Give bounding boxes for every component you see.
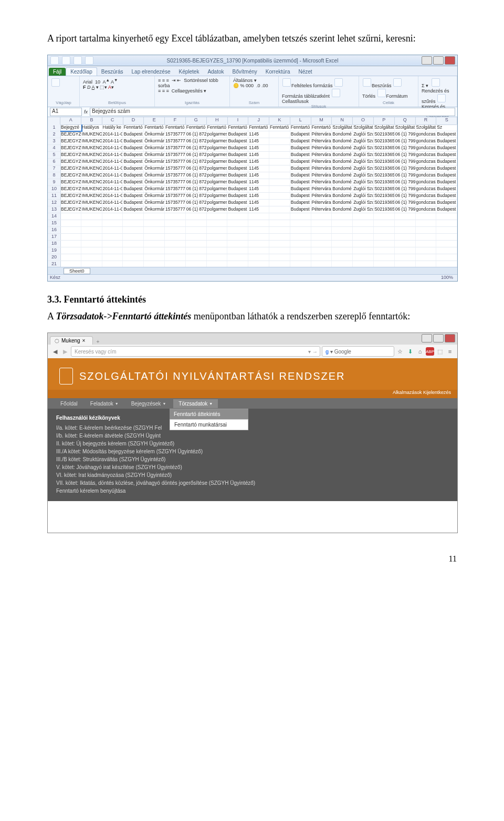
menu-bejegyzesek[interactable]: Bejegyzések ▼: [126, 399, 172, 408]
cell[interactable]: Budapest: [436, 200, 457, 206]
col-header[interactable]: C: [102, 117, 123, 124]
cell[interactable]: gondozasz: [416, 159, 437, 165]
cell[interactable]: [374, 213, 395, 220]
cell[interactable]: [227, 234, 248, 240]
cell[interactable]: Budapest I: [123, 152, 144, 158]
dd-fenntarto-attekintes[interactable]: Fenntartó áttekintés: [170, 409, 248, 419]
browser-tab[interactable]: ◌ Mukeng ×: [50, 336, 93, 345]
cell[interactable]: 15735777-: [165, 152, 186, 158]
forward-icon[interactable]: ▶: [61, 347, 69, 356]
cell[interactable]: 06 (1) 872-: [186, 152, 207, 158]
col-header[interactable]: B: [81, 117, 102, 124]
home-icon[interactable]: ⌂: [416, 347, 424, 356]
cell[interactable]: Szolgáltat: [353, 124, 374, 131]
table-row[interactable]: BEJEGYZIMUKENG2014-11-0Budapest IÖnkormá…: [60, 172, 457, 179]
cell[interactable]: [165, 227, 186, 233]
dd-fenntarto-munkatarsai[interactable]: Fenntartó munkatársai: [170, 419, 248, 430]
menu-icon[interactable]: ≡: [446, 347, 454, 356]
cell[interactable]: [269, 241, 290, 247]
cell[interactable]: 06 (1) 799: [395, 200, 416, 206]
cell[interactable]: [123, 254, 144, 261]
cell[interactable]: Bondomé: [332, 206, 353, 213]
menu-torzsadatok[interactable]: Törzsadatok ▼: [173, 399, 218, 408]
row-header[interactable]: 7: [48, 165, 60, 172]
download-icon[interactable]: ⬇: [406, 347, 414, 356]
cell[interactable]: S0219365: [374, 200, 395, 206]
cell[interactable]: polgarmes: [207, 138, 228, 144]
cell[interactable]: [144, 220, 165, 226]
cell[interactable]: [436, 241, 457, 247]
font-size[interactable]: 10: [95, 79, 100, 85]
cell[interactable]: [290, 247, 311, 254]
cell[interactable]: [102, 254, 123, 261]
cell[interactable]: S0219365: [374, 165, 395, 172]
cell[interactable]: Önkormán: [144, 159, 165, 165]
cell[interactable]: [144, 227, 165, 233]
cell[interactable]: Budapest: [436, 138, 457, 144]
cell[interactable]: Pétervárad: [311, 206, 332, 213]
cell[interactable]: Budapest: [436, 193, 457, 199]
cell[interactable]: [269, 200, 290, 206]
cell[interactable]: [144, 254, 165, 261]
cell[interactable]: 2014-11-0: [102, 179, 123, 185]
cell[interactable]: [227, 227, 248, 233]
cell[interactable]: gondozasz: [416, 165, 437, 172]
cell[interactable]: Pétervárad: [311, 131, 332, 138]
cell[interactable]: Bondomé: [332, 172, 353, 179]
cell[interactable]: Budapest: [290, 131, 311, 138]
cell[interactable]: [311, 241, 332, 247]
cell[interactable]: Budapest I: [123, 138, 144, 144]
cell[interactable]: Szolgáltat: [395, 124, 416, 131]
cell[interactable]: Önkormán: [144, 152, 165, 158]
cell[interactable]: [207, 220, 228, 226]
cell[interactable]: [186, 247, 207, 254]
cell[interactable]: [416, 227, 437, 233]
cell[interactable]: Önkormán: [144, 131, 165, 138]
max-button[interactable]: [433, 56, 444, 65]
cellstyle-icon[interactable]: [332, 89, 340, 97]
col-header[interactable]: E: [144, 117, 165, 124]
cell[interactable]: 06 (1) 872-: [186, 200, 207, 206]
row-header[interactable]: 8: [48, 172, 60, 179]
table-row[interactable]: [60, 213, 457, 220]
cell[interactable]: [165, 213, 186, 220]
cell[interactable]: gondozasz: [416, 172, 437, 179]
cell[interactable]: [102, 241, 123, 247]
cell[interactable]: 06 (1) 872-: [186, 179, 207, 185]
cell[interactable]: Budapest: [290, 138, 311, 144]
cell[interactable]: [436, 213, 457, 220]
col-header[interactable]: D: [123, 117, 144, 124]
cell[interactable]: Fenntartó: [290, 124, 311, 131]
sheet-tab[interactable]: Sheet0: [64, 268, 90, 274]
cell[interactable]: [186, 254, 207, 261]
cell[interactable]: 2014-11-0: [102, 165, 123, 172]
cell[interactable]: [81, 227, 102, 233]
worksheet-grid[interactable]: ABCDEFGHIJKLMNOPQRS 12345678910111213141…: [48, 117, 457, 267]
cell[interactable]: IMUKENG: [81, 186, 102, 192]
cell[interactable]: gondozasz: [416, 200, 437, 206]
cell[interactable]: 2014-11-0: [102, 206, 123, 213]
cell[interactable]: [332, 220, 353, 226]
cell[interactable]: S0219365: [374, 152, 395, 158]
insert-btn[interactable]: Beszúrás: [372, 83, 392, 88]
cell[interactable]: [374, 247, 395, 254]
cell[interactable]: [332, 227, 353, 233]
cell[interactable]: [311, 234, 332, 240]
cell[interactable]: polgarmes: [207, 131, 228, 138]
cell[interactable]: BEJEGYZ: [60, 206, 81, 213]
cell[interactable]: [207, 234, 228, 240]
cell[interactable]: Budapest: [290, 179, 311, 185]
cell[interactable]: 15735777-: [165, 193, 186, 199]
cell[interactable]: 15735777-: [165, 131, 186, 138]
cell[interactable]: S0219365: [374, 186, 395, 192]
cell[interactable]: Budapest: [227, 159, 248, 165]
cell[interactable]: [436, 247, 457, 254]
manual-link[interactable]: I/b. kötet: E-kérelem átvétele (SZGYH Üg…: [56, 432, 449, 440]
tab-close-icon[interactable]: ×: [82, 338, 86, 344]
cell[interactable]: [102, 220, 123, 226]
cell[interactable]: IMUKENG: [81, 152, 102, 158]
cell[interactable]: Sz: [436, 124, 457, 131]
cell[interactable]: [395, 220, 416, 226]
row-header[interactable]: 1: [48, 124, 60, 131]
table-row[interactable]: BEJEGYZIMUKENG2014-11-0Budapest IÖnkormá…: [60, 186, 457, 193]
